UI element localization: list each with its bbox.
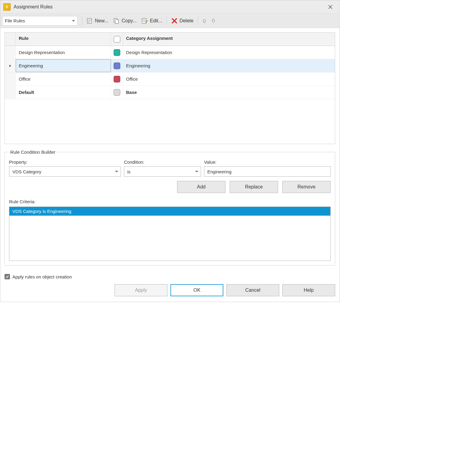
copy-button[interactable]: Copy... [111, 15, 139, 26]
category-cell: Office [123, 72, 335, 85]
remove-button[interactable]: Remove [282, 181, 331, 193]
property-value: VDS Category [12, 169, 41, 174]
footer: Apply rules on object creation Apply OK … [0, 270, 339, 302]
category-cell: Engineering [123, 59, 335, 72]
table-row[interactable]: EngineeringEngineering [5, 59, 335, 72]
copy-label: Copy... [121, 18, 137, 24]
grid-body: Design RepresentationDesign Representati… [5, 46, 335, 144]
builder-legend: Rule Condition Builder [9, 149, 57, 155]
value-label: Value: [204, 159, 331, 165]
value-input[interactable]: Engineering [204, 166, 331, 177]
category-cell: Design Representation [123, 46, 335, 59]
new-icon [86, 18, 93, 24]
delete-button[interactable]: Delete [169, 15, 196, 26]
color-swatch-icon [114, 49, 120, 56]
check-icon [5, 275, 9, 278]
apply-on-creation-row: Apply rules on object creation [5, 274, 335, 279]
criteria-item[interactable]: VDS Category is Engineering [9, 207, 330, 216]
condition-selector[interactable]: is [124, 166, 201, 177]
swatch-cell [111, 72, 123, 85]
toolbar-divider [167, 16, 167, 25]
replace-button[interactable]: Replace [230, 181, 278, 193]
dialog-buttons: Apply OK Cancel Help [5, 284, 335, 296]
empty-swatch-icon [114, 36, 120, 43]
swatch-cell [111, 46, 123, 59]
move-up-button[interactable] [200, 15, 209, 26]
color-swatch-icon [114, 89, 120, 96]
new-button[interactable]: New... [84, 15, 111, 26]
swatch-cell [111, 86, 123, 99]
assignment-rules-dialog: V Assignment Rules File Rules New... Cop… [0, 0, 340, 302]
grid-header-swatch [111, 33, 123, 46]
table-row[interactable]: Design RepresentationDesign Representati… [5, 46, 335, 59]
cancel-button[interactable]: Cancel [226, 284, 279, 296]
value-text: Engineering [207, 169, 232, 174]
apply-on-creation-label: Apply rules on object creation [12, 274, 72, 279]
criteria-list[interactable]: VDS Category is Engineering [9, 207, 331, 261]
edit-icon [141, 18, 148, 24]
rule-cell: Default [16, 86, 111, 99]
close-button[interactable] [324, 1, 336, 13]
rule-type-value: File Rules [5, 18, 25, 23]
row-indicator [5, 86, 16, 99]
chevron-down-icon [72, 20, 75, 21]
svg-rect-3 [115, 20, 118, 24]
value-column: Value: Engineering [204, 159, 331, 177]
toolbar-divider [198, 16, 198, 25]
help-button[interactable]: Help [282, 284, 335, 296]
category-cell: Base [123, 86, 335, 99]
rule-cell: Design Representation [16, 46, 111, 59]
criteria-label: Rule Criteria: [9, 199, 331, 204]
app-icon: V [3, 3, 11, 11]
content-area: Rule Category Assignment Design Represen… [0, 28, 339, 270]
new-label: New... [95, 18, 108, 24]
apply-on-creation-checkbox[interactable] [5, 274, 10, 279]
edit-button[interactable]: Edit... [139, 15, 165, 26]
table-row[interactable]: OfficeOffice [5, 72, 335, 86]
chevron-down-icon [195, 171, 198, 172]
color-swatch-icon [114, 63, 120, 69]
titlebar: V Assignment Rules [0, 0, 339, 14]
builder-inputs-row: Property: VDS Category Condition: is Val… [9, 159, 331, 177]
window-title: Assignment Rules [14, 4, 324, 10]
grid-header-rule[interactable]: Rule [16, 33, 111, 46]
rule-cell: Office [16, 72, 111, 85]
grid-header-category[interactable]: Category Assignment [123, 33, 335, 46]
condition-value: is [127, 169, 131, 174]
rule-condition-builder: Rule Condition Builder Property: VDS Cat… [5, 149, 335, 265]
builder-buttons-row: Add Replace Remove [9, 181, 331, 193]
property-label: Property: [9, 159, 121, 165]
move-down-button[interactable] [209, 15, 218, 26]
toolbar: File Rules New... Copy... Edit... [0, 14, 339, 28]
swatch-cell [111, 59, 123, 72]
grid-header-indicator [5, 33, 16, 46]
add-button[interactable]: Add [177, 181, 225, 193]
property-column: Property: VDS Category [9, 159, 121, 177]
condition-label: Condition: [124, 159, 201, 165]
chevron-down-icon [115, 171, 118, 172]
property-selector[interactable]: VDS Category [9, 166, 121, 177]
row-indicator [5, 46, 16, 59]
table-row[interactable]: DefaultBase [5, 86, 335, 99]
toolbar-divider [82, 16, 82, 25]
color-swatch-icon [114, 76, 120, 82]
rule-cell: Engineering [16, 59, 111, 72]
apply-button[interactable]: Apply [115, 284, 167, 296]
row-indicator [5, 59, 16, 72]
current-row-icon [9, 64, 12, 67]
rules-grid: Rule Category Assignment Design Represen… [5, 32, 335, 144]
delete-icon [171, 18, 178, 24]
close-icon [328, 5, 332, 9]
copy-icon [113, 18, 120, 24]
row-indicator [5, 72, 16, 85]
arrow-down-icon [211, 18, 216, 23]
arrow-up-icon [202, 18, 207, 23]
edit-label: Edit... [150, 18, 162, 24]
ok-button[interactable]: OK [170, 284, 223, 296]
svg-rect-0 [87, 18, 92, 23]
rule-type-selector[interactable]: File Rules [2, 16, 78, 26]
delete-label: Delete [180, 18, 193, 24]
grid-header: Rule Category Assignment [5, 33, 335, 46]
condition-column: Condition: is [124, 159, 201, 177]
